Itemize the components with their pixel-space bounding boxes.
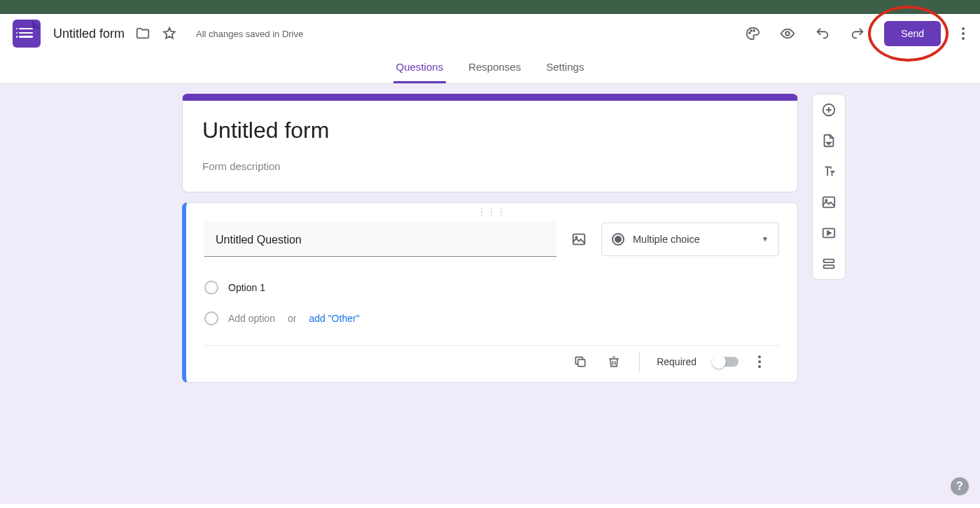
header-actions: Send	[744, 21, 967, 46]
preview-icon[interactable]	[779, 25, 796, 42]
send-button[interactable]: Send	[884, 21, 941, 46]
svg-point-0	[749, 32, 750, 34]
star-icon[interactable]	[161, 25, 178, 42]
question-footer: Required	[204, 345, 779, 382]
form-header-card[interactable]: Untitled form Form description	[182, 94, 798, 192]
add-image-tool-icon[interactable]	[820, 194, 837, 211]
more-icon[interactable]	[959, 24, 967, 43]
add-option-button[interactable]: Add option	[228, 313, 275, 324]
form-title[interactable]: Untitled form	[202, 118, 778, 143]
add-question-icon[interactable]	[820, 101, 837, 118]
drag-handle-icon[interactable]: ⋮⋮⋮	[186, 203, 797, 218]
add-option-row: Add option or add "Other"	[204, 303, 779, 334]
form-description[interactable]: Form description	[202, 160, 778, 172]
duplicate-icon[interactable]	[572, 353, 589, 370]
folder-icon[interactable]	[134, 25, 151, 42]
required-label: Required	[657, 356, 696, 367]
undo-icon[interactable]	[814, 25, 831, 42]
add-title-icon[interactable]	[820, 163, 837, 180]
svg-point-2	[754, 30, 755, 31]
options-list: Option 1 Add option or add "Other"	[186, 268, 797, 334]
divider	[639, 351, 640, 372]
delete-icon[interactable]	[606, 353, 622, 370]
required-toggle[interactable]	[713, 357, 738, 367]
svg-rect-6	[578, 360, 585, 367]
floating-toolbar	[812, 94, 846, 280]
svg-point-5	[575, 237, 577, 238]
option-row[interactable]: Option 1	[204, 272, 779, 303]
add-section-icon[interactable]	[820, 255, 837, 272]
svg-point-1	[751, 30, 752, 31]
question-more-icon[interactable]	[755, 353, 764, 371]
help-button[interactable]: ?	[951, 477, 969, 495]
radio-icon	[204, 311, 218, 325]
svg-point-3	[786, 31, 790, 36]
tab-responses[interactable]: Responses	[465, 61, 524, 83]
document-title[interactable]: Untitled form	[53, 27, 125, 41]
import-questions-icon[interactable]	[820, 132, 837, 149]
forms-logo[interactable]	[13, 20, 41, 48]
question-card[interactable]: ⋮⋮⋮ Untitled Question Multiple choice ▼ …	[182, 202, 798, 383]
tab-questions[interactable]: Questions	[393, 61, 447, 83]
or-label: or	[288, 313, 296, 324]
palette-icon[interactable]	[744, 25, 761, 42]
radio-icon	[204, 281, 218, 295]
question-type-dropdown[interactable]: Multiple choice ▼	[601, 223, 779, 256]
option-label[interactable]: Option 1	[228, 282, 265, 293]
save-status: All changes saved in Drive	[196, 29, 303, 39]
add-image-icon[interactable]	[569, 230, 589, 249]
add-other-button[interactable]: add "Other"	[309, 313, 359, 324]
chevron-down-icon: ▼	[762, 235, 769, 243]
add-video-icon[interactable]	[820, 225, 837, 241]
browser-chrome-strip	[0, 0, 980, 14]
question-title-input[interactable]: Untitled Question	[204, 221, 556, 257]
radio-icon	[612, 233, 624, 246]
form-canvas: Untitled form Form description ⋮⋮⋮ Untit…	[0, 84, 980, 504]
question-type-label: Multiple choice	[633, 234, 753, 245]
tabs: Questions Responses Settings	[0, 53, 980, 84]
svg-rect-11	[824, 260, 834, 263]
header-bar: Untitled form All changes saved in Drive…	[0, 14, 980, 53]
tab-settings[interactable]: Settings	[543, 61, 587, 83]
redo-icon[interactable]	[849, 25, 866, 42]
svg-point-9	[825, 199, 827, 201]
svg-rect-12	[824, 265, 834, 269]
